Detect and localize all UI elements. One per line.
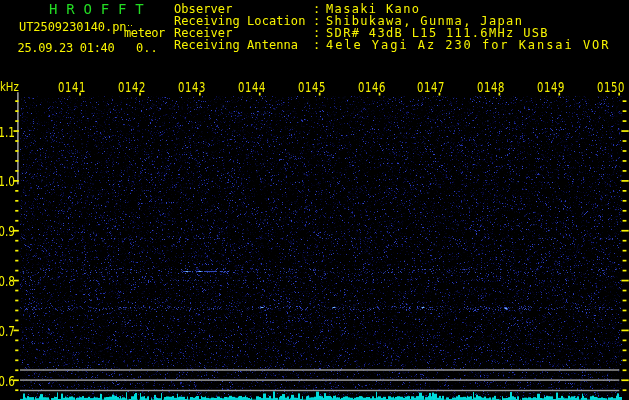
info-colon: : bbox=[313, 27, 320, 39]
x-tick-label-0144: 0144 bbox=[236, 80, 268, 94]
x-tick-label-0141: 0141 bbox=[56, 80, 88, 94]
x-tick-label-0150: 0150 bbox=[595, 80, 627, 94]
x-tick-label-0149: 0149 bbox=[535, 80, 567, 94]
info-value: SDR# 43dB L15 111.6MHz USB bbox=[326, 27, 549, 39]
filename-text: UT2509230140.pn bbox=[19, 21, 126, 33]
x-tick-label-0146: 0146 bbox=[356, 80, 388, 94]
y-tick-label-1.0: 1.0 bbox=[0, 174, 15, 188]
observatory-name-text: meteor bbox=[124, 27, 165, 39]
info-value: 4ele Yagi Az 230 for Kansai VOR bbox=[326, 39, 610, 51]
y-tick-label-0.9: 0.9 bbox=[0, 224, 15, 238]
y-tick-label-0.6: 0.6 bbox=[0, 374, 15, 388]
x-tick-label-0147: 0147 bbox=[416, 80, 448, 94]
y-tick-label-1.1: 1.1 bbox=[0, 125, 15, 139]
info-label: Receiver bbox=[174, 27, 232, 39]
y-tick-label-0.8: 0.8 bbox=[0, 274, 15, 288]
datetime-text: 25.09.23 01:40 bbox=[18, 42, 115, 54]
y-tick-label-0.7: 0.7 bbox=[0, 324, 15, 338]
info-value: Masaki Kano bbox=[326, 3, 420, 15]
counter-text: 0.. bbox=[136, 42, 158, 54]
x-tick-label-0148: 0148 bbox=[475, 80, 507, 94]
x-tick-label-0143: 0143 bbox=[176, 80, 208, 94]
info-label: Observer bbox=[174, 3, 232, 15]
info-colon: : bbox=[313, 3, 320, 15]
info-label: Receiving Antenna bbox=[174, 39, 298, 51]
info-label: Receiving Location bbox=[174, 15, 305, 27]
y-axis-unit-label: kHz bbox=[0, 81, 19, 93]
spectrogram-canvas bbox=[0, 0, 629, 400]
hrofft-screen: H R O F F T UT2509230140.pn meteor 25.09… bbox=[0, 0, 629, 400]
x-tick-label-0145: 0145 bbox=[296, 80, 328, 94]
info-value: Shibukawa, Gunma, Japan bbox=[326, 15, 523, 27]
x-tick-label-0142: 0142 bbox=[116, 80, 148, 94]
info-colon: : bbox=[313, 39, 320, 51]
app-title: H R O F F T bbox=[49, 2, 144, 16]
info-colon: : bbox=[313, 15, 320, 27]
